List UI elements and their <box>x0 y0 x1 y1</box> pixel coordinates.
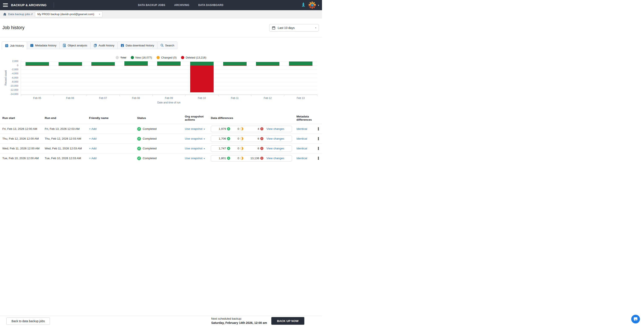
status-cell: ✓ Completed <box>137 156 185 160</box>
col-friendly-name: Friendly name <box>89 116 137 120</box>
added-plus-icon: + <box>227 127 230 130</box>
gearset-logo-icon[interactable] <box>308 1 316 9</box>
y-tick-label: -6,000 <box>0 76 18 79</box>
table-row: Tue, Feb 10, 2026 12:00 AM Tue, Feb 10, … <box>0 153 322 163</box>
col-run-start: Run start <box>0 116 45 120</box>
view-changes-link[interactable]: View changes <box>266 127 284 130</box>
date-range-selector[interactable]: Last 10 days ▾ <box>269 24 319 31</box>
bar-deleted[interactable] <box>289 65 312 66</box>
job-history-chart: TotalNew (16,077)Changed (0)Deleted (13,… <box>0 55 322 107</box>
legend-item[interactable]: Changed (0) <box>156 56 176 59</box>
bar-deleted[interactable] <box>124 65 148 66</box>
view-changes-link[interactable]: View changes <box>266 147 284 150</box>
bar-new[interactable] <box>289 61 312 65</box>
changed-count: 0 <box>230 147 239 150</box>
added-count: 1,979 <box>213 127 226 130</box>
rocket-icon[interactable] <box>301 2 306 8</box>
changed-half-icon <box>240 157 244 160</box>
chart-day-slot[interactable] <box>21 61 54 95</box>
tab-data-download-history[interactable]: Data download history <box>117 41 158 49</box>
bar-new[interactable] <box>190 62 214 65</box>
x-axis-labels: Feb 05Feb 06Feb 07Feb 08Feb 09Feb 10Feb … <box>21 97 317 100</box>
metadata-identical-link[interactable]: Identical <box>296 157 307 160</box>
bar-deleted[interactable] <box>58 65 82 66</box>
bar-deleted[interactable] <box>223 65 246 66</box>
row-kebab-menu[interactable]: ••• <box>315 157 322 160</box>
bar-new[interactable] <box>157 61 180 65</box>
chart-day-slot[interactable] <box>54 61 87 95</box>
view-changes-link[interactable]: View changes <box>266 157 284 160</box>
y-tick-label: -12,000 <box>0 88 18 91</box>
run-end-cell: Wed, Feb 11, 2026 12:03 AM <box>45 147 89 150</box>
tab-job-history[interactable]: IOI Job history <box>2 41 27 49</box>
menu-icon[interactable] <box>3 3 8 7</box>
bar-new[interactable] <box>26 62 49 65</box>
bar-deleted[interactable] <box>190 65 214 93</box>
bar-new[interactable] <box>256 62 280 65</box>
legend-item[interactable]: Deleted (13,216) <box>181 56 206 59</box>
row-kebab-menu[interactable]: ••• <box>315 127 322 130</box>
tab-object-analysis[interactable]: Object analysis <box>60 41 90 49</box>
chart-day-slot[interactable] <box>186 61 218 95</box>
row-kebab-menu[interactable]: ••• <box>315 137 322 140</box>
tab-search[interactable]: Search <box>157 41 178 49</box>
chart-plot-area <box>21 61 317 95</box>
x-tick-label: Feb 08 <box>120 97 152 100</box>
chart-day-slot[interactable] <box>152 61 186 95</box>
bar-deleted[interactable] <box>256 65 280 66</box>
bar-deleted[interactable] <box>91 65 115 66</box>
job-selector-caret-icon: ▾ <box>99 13 100 15</box>
use-snapshot-dropdown[interactable]: Use snapshot▾ <box>185 127 205 130</box>
y-tick-label: -8,000 <box>0 80 18 83</box>
col-run-end: Run end <box>45 116 89 120</box>
tab-audit-history[interactable]: Audit history <box>90 41 118 49</box>
nav-item-data-backup-jobs[interactable]: DATA BACKUP JOBS <box>138 3 165 6</box>
breadcrumb-section[interactable]: Data backup jobs // <box>8 12 33 16</box>
add-friendly-name-link[interactable]: + Add <box>89 157 96 160</box>
data-differences-box: 1,747 + 0 6 − View changes <box>211 145 292 152</box>
y-tick-label: -4,000 <box>0 72 18 75</box>
row-kebab-menu[interactable]: ••• <box>315 147 322 150</box>
status-label: Completed <box>143 137 156 140</box>
bar-new[interactable] <box>124 61 148 65</box>
run-end-cell: Fri, Feb 13, 2026 12:03 AM <box>45 127 89 130</box>
user-menu-caret-icon[interactable]: ▾ <box>318 4 319 6</box>
deleted-minus-icon: − <box>260 127 264 130</box>
add-friendly-name-link[interactable]: + Add <box>89 127 96 130</box>
status-label: Completed <box>143 127 156 130</box>
job-history-calendar-icon: IOI <box>5 44 8 47</box>
bar-new[interactable] <box>58 62 82 65</box>
chart-day-slot[interactable] <box>218 61 251 95</box>
chart-day-slot[interactable] <box>251 61 284 95</box>
metadata-identical-link[interactable]: Identical <box>296 137 307 140</box>
use-snapshot-dropdown[interactable]: Use snapshot▾ <box>185 137 205 140</box>
added-plus-icon: + <box>227 147 230 150</box>
bar-deleted[interactable] <box>157 65 180 66</box>
add-friendly-name-link[interactable]: + Add <box>89 137 96 140</box>
view-changes-link[interactable]: View changes <box>266 137 284 140</box>
metadata-identical-link[interactable]: Identical <box>296 147 307 150</box>
chart-day-slot[interactable] <box>120 61 153 95</box>
bar-deleted[interactable] <box>26 65 49 66</box>
nav-item-archiving[interactable]: ARCHIVING <box>174 3 189 6</box>
use-snapshot-dropdown[interactable]: Use snapshot▾ <box>185 157 205 160</box>
legend-item[interactable]: New (16,077) <box>131 56 152 59</box>
chart-day-slot[interactable] <box>284 61 317 95</box>
home-icon[interactable] <box>3 12 6 16</box>
use-snapshot-dropdown[interactable]: Use snapshot▾ <box>185 147 205 150</box>
download-calendar-icon <box>120 44 124 47</box>
metadata-identical-link[interactable]: Identical <box>296 127 307 130</box>
status-label: Completed <box>143 157 156 160</box>
add-friendly-name-link[interactable]: + Add <box>89 147 96 150</box>
tab-metadata-history[interactable]: ‹› Metadata history <box>27 41 60 49</box>
nav-item-data-dashboard[interactable]: DATA DASHBOARD <box>198 3 224 6</box>
tab-label: Metadata history <box>35 44 56 47</box>
legend-dot-icon <box>181 56 184 59</box>
bar-new[interactable] <box>91 62 115 65</box>
search-icon <box>160 44 164 47</box>
job-selector-dropdown[interactable]: My PROD backup (davidr-prod@gearset.com)… <box>35 11 103 17</box>
bar-new[interactable] <box>223 62 246 65</box>
chart-day-slot[interactable] <box>87 61 120 95</box>
x-tick-label: Feb 12 <box>251 97 284 100</box>
legend-item[interactable]: Total <box>116 56 126 59</box>
